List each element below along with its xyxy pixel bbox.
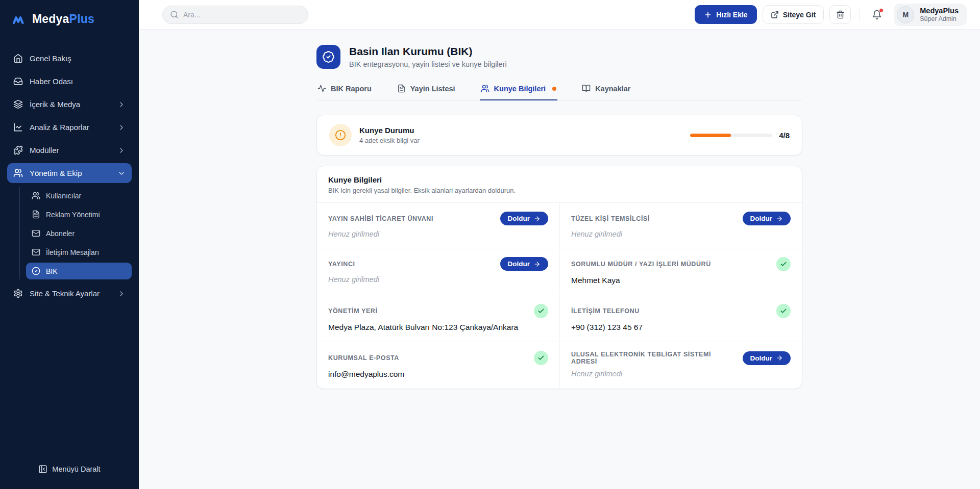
file-text-icon bbox=[397, 84, 406, 93]
doldur-button[interactable]: Doldur bbox=[743, 212, 791, 225]
main-area: Hızlı Ekle Siteye Git M MedyaPlu bbox=[139, 0, 980, 489]
progress-label: 4/8 bbox=[779, 131, 790, 140]
topbar-actions: Hızlı Ekle Siteye Git M MedyaPlu bbox=[695, 4, 967, 26]
external-link-icon bbox=[771, 11, 779, 19]
field-label: SORUMLU MÜDÜR / YAZI İŞLERİ MÜDÜRÜ bbox=[571, 261, 711, 268]
field-empty-value: Henuz girilmedi bbox=[571, 230, 791, 238]
doldur-button[interactable]: Doldur bbox=[743, 351, 791, 365]
mail-icon bbox=[32, 229, 40, 238]
tab-label: Yayin Listesi bbox=[410, 85, 455, 93]
search-box[interactable] bbox=[162, 6, 308, 24]
sidebar-submenu-yonetim-ekip: Kullanıcılar Reklam Yönetimi Aboneler İl… bbox=[19, 187, 132, 279]
field-label: TÜZEL KİŞİ TEMSİLCİSİ bbox=[571, 215, 650, 222]
field-yayinci: YAYINCI Doldur Henuz girilmedi bbox=[317, 248, 559, 295]
field-empty-value: Henuz girilmedi bbox=[328, 275, 548, 284]
sidebar-item-site-teknik-ayarlar[interactable]: Site & Teknik Ayarlar bbox=[7, 284, 132, 303]
app-root: MedyaPlus Genel Bakış Haber Odası İçerik… bbox=[0, 0, 980, 489]
field-value: Medya Plaza, Atatürk Bulvarı No:123 Çank… bbox=[328, 323, 548, 332]
mail-icon bbox=[32, 248, 40, 256]
user-menu[interactable]: M MedyaPlus Süper Admin bbox=[894, 4, 967, 26]
field-value: +90 (312) 123 45 67 bbox=[571, 323, 791, 332]
sidebar-item-icerik-medya[interactable]: İçerik & Medya bbox=[7, 94, 132, 114]
sidebar-item-label: Haber Odası bbox=[30, 77, 73, 86]
trash-button[interactable] bbox=[829, 5, 851, 24]
sidebar-item-label: Yönetim & Ekip bbox=[30, 169, 82, 177]
progress-bar bbox=[690, 134, 772, 137]
go-to-site-button[interactable]: Siteye Git bbox=[763, 5, 824, 24]
sidebar-item-aboneler[interactable]: Aboneler bbox=[26, 225, 132, 242]
field-uets-adresi: ULUSAL ELEKTRONİK TEBLİGAT SİSTEMİ ADRES… bbox=[559, 342, 802, 389]
kunye-fields-grid: YAYIN SAHİBİ TİCARET ÜNVANI Doldur Henuz… bbox=[317, 203, 802, 389]
panel-collapse-icon bbox=[38, 465, 47, 474]
gear-icon bbox=[13, 289, 23, 298]
filled-check-icon bbox=[534, 351, 548, 365]
field-value: Mehmet Kaya bbox=[571, 276, 791, 285]
puzzle-icon bbox=[13, 145, 23, 155]
check-circle-icon bbox=[32, 267, 40, 275]
brand-logo[interactable]: MedyaPlus bbox=[7, 12, 132, 26]
progress-fill bbox=[690, 134, 731, 137]
users-icon bbox=[481, 84, 489, 93]
page-title: Basin Ilan Kurumu (BIK) bbox=[349, 45, 507, 58]
avatar: M bbox=[897, 6, 914, 23]
field-empty-value: Henuz girilmedi bbox=[571, 370, 791, 378]
tab-label: Kunye Bilgileri bbox=[494, 85, 546, 93]
field-empty-value: Henuz girilmedi bbox=[328, 230, 548, 238]
sidebar-subitem-label: Aboneler bbox=[46, 229, 75, 238]
field-kurumsal-eposta: KURUMSAL E-POSTA info@medyaplus.com bbox=[317, 342, 559, 389]
sidebar-item-genel-bakis[interactable]: Genel Bakış bbox=[7, 48, 132, 68]
user-name: MedyaPlus bbox=[920, 6, 959, 15]
sidebar-item-moduller[interactable]: Modüller bbox=[7, 140, 132, 160]
chevron-right-icon bbox=[117, 290, 126, 298]
page-content: Basin Ilan Kurumu (BIK) BIK entegrasyonu… bbox=[139, 30, 980, 489]
field-value: info@medyaplus.com bbox=[328, 370, 548, 379]
sidebar-subitem-label: Reklam Yönetimi bbox=[46, 211, 100, 219]
sidebar-item-analiz-raporlar[interactable]: Analiz & Raporlar bbox=[7, 117, 132, 137]
field-label: YAYINCI bbox=[328, 261, 355, 268]
medyaplus-logo-icon bbox=[12, 13, 28, 25]
sidebar-item-reklam-yonetimi[interactable]: Reklam Yönetimi bbox=[26, 206, 132, 223]
sidebar-item-yonetim-ekip[interactable]: Yönetim & Ekip bbox=[7, 163, 132, 183]
tab-kaynaklar[interactable]: Kaynaklar bbox=[581, 83, 631, 100]
sidebar-item-haber-odasi[interactable]: Haber Odası bbox=[7, 71, 132, 91]
sidebar: MedyaPlus Genel Bakış Haber Odası İçerik… bbox=[0, 0, 139, 489]
sidebar-nav: Genel Bakış Haber Odası İçerik & Medya A… bbox=[7, 48, 132, 303]
sidebar-item-label: Genel Bakış bbox=[30, 54, 71, 63]
sidebar-subitem-label: İletişim Mesajları bbox=[46, 248, 99, 256]
arrow-right-icon bbox=[533, 215, 541, 222]
brand-name: MedyaPlus bbox=[32, 12, 94, 26]
info-card-title: Kunye Bilgileri bbox=[328, 175, 791, 184]
field-label: ULUSAL ELEKTRONİK TEBLİGAT SİSTEMİ ADRES… bbox=[571, 351, 737, 365]
kunye-info-card: Kunye Bilgileri BIK icin gerekli yasal b… bbox=[316, 166, 802, 389]
notifications-button[interactable] bbox=[869, 7, 885, 23]
user-role: Süper Admin bbox=[920, 15, 959, 23]
chevron-down-icon bbox=[117, 169, 126, 177]
quick-add-button[interactable]: Hızlı Ekle bbox=[695, 5, 756, 24]
collapse-menu-button[interactable]: Menüyü Daralt bbox=[7, 459, 132, 479]
collapse-menu-label: Menüyü Daralt bbox=[52, 465, 100, 473]
sidebar-item-iletisim-mesajlari[interactable]: İletişim Mesajları bbox=[26, 244, 132, 261]
sidebar-subitem-label: Kullanıcılar bbox=[46, 192, 81, 200]
filled-check-icon bbox=[776, 257, 791, 271]
inbox-icon bbox=[13, 76, 23, 86]
go-to-site-label: Siteye Git bbox=[783, 11, 816, 19]
tab-bik-raporu[interactable]: BIK Raporu bbox=[316, 83, 373, 100]
sidebar-item-kullanicilar[interactable]: Kullanıcılar bbox=[26, 187, 132, 204]
users-icon bbox=[13, 168, 23, 178]
kunye-status-card: Kunye Durumu 4 adet eksik bilgi var 4/8 bbox=[316, 115, 802, 156]
sidebar-item-label: Modüller bbox=[30, 146, 59, 155]
doldur-button[interactable]: Doldur bbox=[500, 257, 549, 271]
plus-icon bbox=[704, 11, 712, 19]
chevron-right-icon bbox=[117, 146, 126, 155]
doldur-button[interactable]: Doldur bbox=[500, 212, 549, 225]
sidebar-item-bik[interactable]: BIK bbox=[26, 263, 132, 279]
tab-kunye-bilgileri[interactable]: Kunye Bilgileri bbox=[480, 83, 558, 100]
field-label: KURUMSAL E-POSTA bbox=[328, 354, 399, 362]
search-input[interactable] bbox=[183, 11, 301, 19]
field-tuzel-kisi-temsilcisi: TÜZEL KİŞİ TEMSİLCİSİ Doldur Henuz giril… bbox=[559, 203, 802, 248]
sidebar-item-label: Site & Teknik Ayarlar bbox=[30, 289, 100, 298]
field-label: YAYIN SAHİBİ TİCARET ÜNVANI bbox=[328, 215, 433, 222]
tab-alert-dot bbox=[552, 87, 556, 91]
field-yayin-sahibi-ticaret-unvani: YAYIN SAHİBİ TİCARET ÜNVANI Doldur Henuz… bbox=[317, 203, 559, 248]
tab-yayin-listesi[interactable]: Yayin Listesi bbox=[396, 83, 456, 100]
